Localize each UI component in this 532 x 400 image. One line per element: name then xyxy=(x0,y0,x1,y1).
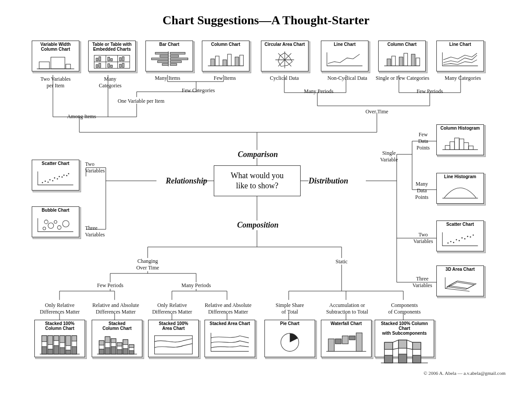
svg-rect-97 xyxy=(170,52,185,54)
card-stacked-col: StackedColumn Chart xyxy=(92,320,142,357)
svg-rect-140 xyxy=(445,146,450,150)
card-title: Line Chart xyxy=(437,41,484,47)
svg-point-148 xyxy=(450,241,451,242)
card-bar-chart: Bar Chart xyxy=(145,41,193,71)
branch-composition: Composition xyxy=(229,221,286,230)
svg-rect-103 xyxy=(211,59,214,66)
label-rel-abs-2: Relative and AbsoluteDifferences Matter xyxy=(201,302,256,315)
svg-rect-187 xyxy=(117,343,122,346)
svg-rect-96 xyxy=(162,64,168,65)
card-title: Table or Table withEmbedded Charts xyxy=(89,41,135,52)
svg-rect-159 xyxy=(42,336,47,342)
svg-rect-72 xyxy=(39,62,49,69)
svg-point-149 xyxy=(453,242,454,243)
copyright: © 2006 A. Abela — a.v.abela@gmail.com xyxy=(424,370,506,376)
svg-point-129 xyxy=(61,176,63,178)
svg-line-207 xyxy=(393,340,398,342)
svg-rect-90 xyxy=(122,63,124,67)
svg-point-137 xyxy=(63,221,69,227)
label-few-periods-top: Few Periods xyxy=(410,88,450,95)
svg-rect-178 xyxy=(99,340,104,345)
card-title: Stacked 100% Column Chartwith Subcompone… xyxy=(375,320,434,336)
svg-point-147 xyxy=(447,243,449,244)
card-column-chart-top: Column Chart xyxy=(202,41,249,71)
card-column-chart-right: Column Chart xyxy=(378,41,426,71)
label-components: Componentsof Components xyxy=(379,302,430,315)
card-title: Variable WidthColumn Chart xyxy=(32,41,79,52)
card-title: Line Chart xyxy=(321,41,368,47)
label-three-variables-r: ThreeVariables xyxy=(409,276,435,289)
label-noncyclical: Non-Cyclical Data xyxy=(321,75,374,82)
card-line-histogram: Line Histogram xyxy=(436,173,484,204)
svg-rect-99 xyxy=(170,58,188,60)
branch-relationship: Relationship xyxy=(154,176,207,186)
svg-rect-205 xyxy=(384,342,393,349)
card-title: Stacked Area Chart xyxy=(205,320,255,326)
card-stacked-100-sub: Stacked 100% Column Chartwith Subcompone… xyxy=(375,320,434,357)
svg-rect-95 xyxy=(158,61,168,63)
label-static: Static xyxy=(331,258,353,265)
svg-point-122 xyxy=(45,181,46,182)
label-many-categories-top: ManyCategories xyxy=(93,76,128,89)
svg-rect-84 xyxy=(122,57,124,61)
svg-rect-184 xyxy=(111,339,116,343)
label-only-rel-2: Only RelativeDifferences Matter xyxy=(147,302,197,315)
card-title: Bubble Chart xyxy=(32,207,79,213)
svg-rect-119 xyxy=(411,54,415,66)
svg-point-156 xyxy=(472,235,474,236)
card-title: Line Histogram xyxy=(437,173,484,179)
svg-point-154 xyxy=(467,236,469,237)
card-table-embedded: Table or Table withEmbedded Charts xyxy=(88,41,136,71)
svg-rect-88 xyxy=(111,65,112,67)
svg-rect-168 xyxy=(60,336,65,343)
card-title: Scatter Chart xyxy=(32,160,79,166)
card-title: Waterfall Chart xyxy=(321,320,371,326)
svg-point-131 xyxy=(66,175,67,176)
card-stacked-100-col: Stacked 100%Column Chart xyxy=(34,320,85,357)
svg-rect-106 xyxy=(227,54,231,66)
label-over-time: Over Time xyxy=(359,108,394,115)
svg-rect-100 xyxy=(170,61,181,63)
svg-point-152 xyxy=(461,237,463,239)
svg-rect-107 xyxy=(235,57,238,66)
svg-line-212 xyxy=(407,340,413,342)
svg-rect-108 xyxy=(240,55,243,66)
svg-rect-104 xyxy=(216,56,219,66)
svg-point-127 xyxy=(57,178,58,179)
label-accum-sub: Accumulation orSubtraction to Total xyxy=(317,302,377,315)
label-simple-share: Simple Shareof Total xyxy=(269,302,311,315)
svg-rect-94 xyxy=(152,58,168,60)
svg-rect-141 xyxy=(450,142,455,150)
label-many-periods-top: Many Periods xyxy=(299,88,339,95)
svg-point-121 xyxy=(42,182,43,183)
svg-rect-210 xyxy=(398,340,407,348)
svg-rect-175 xyxy=(72,347,77,354)
branch-comparison: Comparison xyxy=(229,150,286,159)
card-title: Scatter Chart xyxy=(437,221,484,227)
card-title: Bar Chart xyxy=(146,41,193,47)
svg-point-123 xyxy=(48,182,49,183)
svg-rect-82 xyxy=(111,59,112,61)
svg-rect-215 xyxy=(413,342,421,349)
label-three-variables: ThreeVariables xyxy=(85,225,116,238)
svg-point-153 xyxy=(464,238,465,239)
svg-rect-169 xyxy=(60,348,65,354)
svg-rect-194 xyxy=(129,351,134,354)
card-line-chart-top: Line Chart xyxy=(321,41,368,71)
label-few-items: Few Items xyxy=(207,75,242,82)
svg-rect-93 xyxy=(160,55,168,57)
svg-point-124 xyxy=(49,179,51,180)
svg-rect-165 xyxy=(54,336,59,340)
card-title: Column Chart xyxy=(379,41,425,47)
label-two-variables-r: TwoVariables xyxy=(410,232,436,245)
card-title: Circular Area Chart xyxy=(261,41,308,47)
label-few-categories: Few Categories xyxy=(176,87,220,94)
card-title: Pie Chart xyxy=(265,320,315,326)
svg-point-155 xyxy=(470,236,471,238)
svg-point-130 xyxy=(63,175,65,176)
svg-point-125 xyxy=(52,180,53,181)
card-pie-chart: Pie Chart xyxy=(264,320,315,357)
svg-rect-188 xyxy=(117,350,122,354)
svg-rect-73 xyxy=(51,57,65,69)
label-among-items: Among Items xyxy=(62,113,101,120)
